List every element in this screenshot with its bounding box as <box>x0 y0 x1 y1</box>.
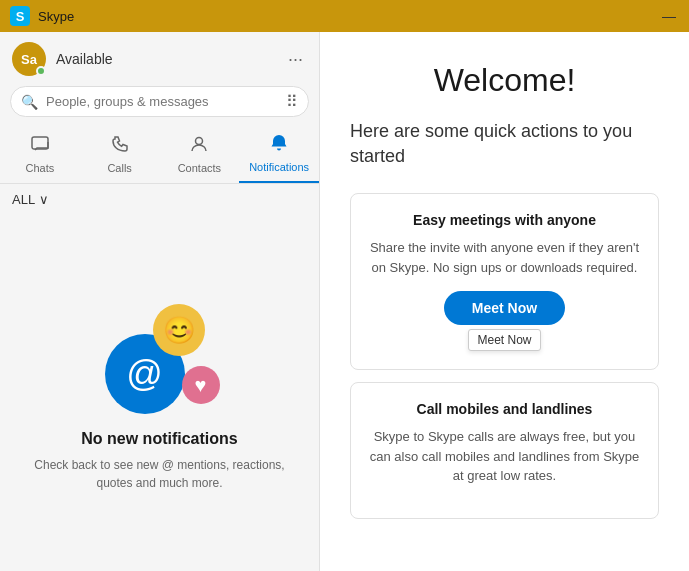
easy-meetings-desc: Share the invite with anyone even if the… <box>369 238 640 277</box>
avatar[interactable]: Sa <box>12 42 46 76</box>
profile-row: Sa Available ··· <box>0 32 319 86</box>
tooltip-row: Meet Now <box>369 325 640 351</box>
meet-now-button[interactable]: Meet Now <box>444 291 565 325</box>
grid-button[interactable]: ⠿ <box>286 92 298 111</box>
main-content: Welcome! Here are some quick actions to … <box>320 32 689 571</box>
minimize-button[interactable]: — <box>659 6 679 26</box>
tab-chats[interactable]: Chats <box>0 125 80 183</box>
welcome-title: Welcome! <box>350 62 659 99</box>
call-mobiles-title: Call mobiles and landlines <box>369 401 640 417</box>
tab-contacts[interactable]: Contacts <box>160 125 240 183</box>
chevron-down-icon: ∨ <box>39 192 49 207</box>
contacts-icon <box>189 134 209 159</box>
call-mobiles-card: Call mobiles and landlines Skype to Skyp… <box>350 382 659 519</box>
empty-state-description: Check back to see new @ mentions, reacti… <box>20 456 299 492</box>
meet-now-tooltip: Meet Now <box>468 329 540 351</box>
search-input[interactable] <box>46 94 278 109</box>
app-title: Skype <box>38 9 659 24</box>
tab-contacts-label: Contacts <box>178 162 221 174</box>
smiley-icon: 😊 <box>153 304 205 356</box>
tab-notifications[interactable]: Notifications <box>239 125 319 183</box>
tab-calls[interactable]: Calls <box>80 125 160 183</box>
svg-point-1 <box>196 138 203 145</box>
more-options-button[interactable]: ··· <box>284 45 307 74</box>
search-box: 🔍 ⠿ <box>10 86 309 117</box>
tab-notifications-label: Notifications <box>249 161 309 173</box>
easy-meetings-title: Easy meetings with anyone <box>369 212 640 228</box>
notifications-icon <box>269 133 289 158</box>
quick-actions-text: Here are some quick actions to you start… <box>350 119 659 169</box>
empty-state-title: No new notifications <box>81 430 237 448</box>
easy-meetings-card: Easy meetings with anyone Share the invi… <box>350 193 659 370</box>
tab-chats-label: Chats <box>26 162 55 174</box>
title-bar-controls: — <box>659 6 679 26</box>
filter-row[interactable]: ALL ∨ <box>0 184 319 215</box>
sidebar: Sa Available ··· 🔍 ⠿ Chats <box>0 32 320 571</box>
status-indicator <box>36 66 46 76</box>
nav-tabs: Chats Calls Contacts Notifications <box>0 125 319 184</box>
search-row: 🔍 ⠿ <box>0 86 319 125</box>
search-icon: 🔍 <box>21 94 38 110</box>
call-mobiles-desc: Skype to Skype calls are always free, bu… <box>369 427 640 486</box>
heart-icon: ♥ <box>182 366 220 404</box>
chats-icon <box>30 134 50 159</box>
app-body: Sa Available ··· 🔍 ⠿ Chats <box>0 32 689 571</box>
svg-rect-0 <box>32 137 48 149</box>
calls-icon <box>110 134 130 159</box>
tab-calls-label: Calls <box>107 162 131 174</box>
notification-illustration: @ 😊 ♥ <box>95 294 225 414</box>
profile-status: Available <box>56 51 274 67</box>
title-bar: S Skype — <box>0 0 689 32</box>
filter-label: ALL <box>12 192 35 207</box>
notification-empty-state: @ 😊 ♥ No new notifications Check back to… <box>0 215 319 571</box>
app-icon: S <box>10 6 30 26</box>
